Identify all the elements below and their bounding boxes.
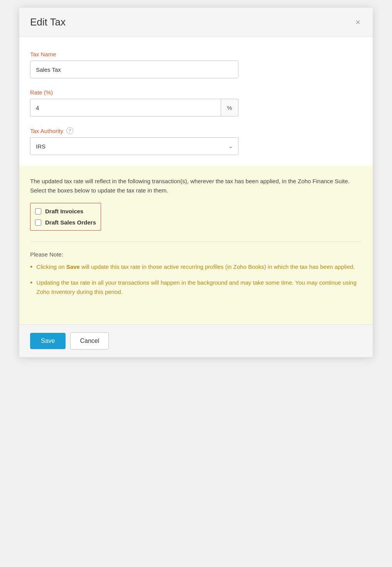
- edit-tax-modal: Edit Tax × Tax Name Rate (%) % Tax Autho…: [19, 8, 373, 357]
- info-box: The updated tax rate will reflect in the…: [19, 166, 373, 324]
- draft-sales-orders-checkbox[interactable]: [35, 219, 41, 226]
- close-button[interactable]: ×: [354, 17, 362, 28]
- tax-authority-label: Tax Authority: [30, 128, 63, 134]
- tax-authority-select[interactable]: IRS State Local: [30, 137, 238, 155]
- draft-sales-orders-label[interactable]: Draft Sales Orders: [45, 219, 96, 226]
- save-button[interactable]: Save: [30, 333, 66, 349]
- rate-input-wrapper: %: [30, 99, 238, 116]
- modal-header: Edit Tax ×: [19, 8, 373, 37]
- rate-input[interactable]: [30, 99, 221, 116]
- note-section: Please Note: Clicking on Save will updat…: [30, 251, 362, 314]
- modal-footer: Save Cancel: [19, 324, 373, 357]
- divider: [30, 241, 362, 242]
- draft-invoices-label[interactable]: Draft Invoices: [45, 208, 83, 214]
- draft-sales-orders-item: Draft Sales Orders: [35, 217, 96, 228]
- note-title: Please Note:: [30, 251, 362, 258]
- tax-name-group: Tax Name: [30, 51, 362, 78]
- modal-body: Tax Name Rate (%) % Tax Authority ? IRS …: [19, 37, 373, 324]
- tax-name-label: Tax Name: [30, 51, 362, 57]
- tax-authority-select-wrapper: IRS State Local ⌄: [30, 137, 238, 155]
- tax-name-input[interactable]: [30, 61, 238, 78]
- draft-invoices-checkbox[interactable]: [35, 208, 41, 214]
- rate-suffix: %: [221, 99, 238, 116]
- draft-invoices-item: Draft Invoices: [35, 206, 96, 217]
- save-bold: Save: [66, 263, 80, 270]
- note-item-2: Updating the tax rate in all your transa…: [30, 278, 362, 297]
- cancel-button[interactable]: Cancel: [70, 332, 109, 349]
- help-icon[interactable]: ?: [66, 127, 73, 134]
- note-item-1: Clicking on Save will update this tax ra…: [30, 262, 362, 272]
- note-item-1-text: Clicking on Save will update this tax ra…: [36, 262, 355, 272]
- modal-title: Edit Tax: [30, 16, 66, 28]
- note-list: Clicking on Save will update this tax ra…: [30, 262, 362, 297]
- checkbox-group: Draft Invoices Draft Sales Orders: [30, 203, 101, 231]
- tax-authority-label-row: Tax Authority ?: [30, 127, 362, 134]
- rate-group: Rate (%) %: [30, 89, 362, 116]
- rate-label: Rate (%): [30, 89, 362, 96]
- note-item-2-text: Updating the tax rate in all your transa…: [36, 278, 362, 297]
- info-description: The updated tax rate will reflect in the…: [30, 177, 362, 195]
- tax-authority-group: Tax Authority ? IRS State Local ⌄: [30, 127, 362, 155]
